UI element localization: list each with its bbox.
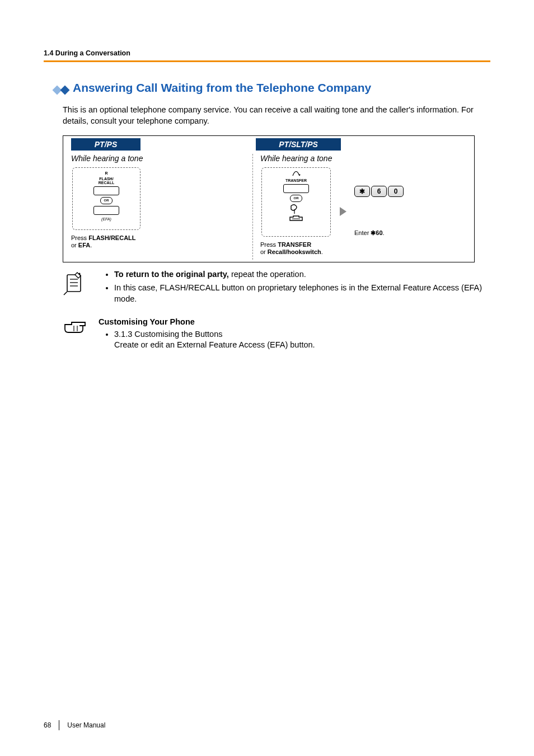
sequence-arrow-icon (340, 207, 346, 216)
note-clipboard-icon (63, 269, 90, 307)
header-rule (44, 60, 490, 62)
procedure-diagram: PT/PS PT/SLT/PS While hearing a tone R F… (63, 135, 475, 262)
page-footer: 68 User Manual (44, 720, 105, 730)
customise-heading: Customising Your Phone (99, 317, 315, 328)
dial-keys: ✱ 6 0 (354, 186, 404, 197)
column-divider (252, 154, 253, 260)
handset-hookswitch-icon (288, 204, 305, 222)
section-title-row: Answering Call Waiting from the Telephon… (54, 81, 490, 95)
dial-key-star: ✱ (354, 186, 370, 197)
diagram-header-left: PT/PS (71, 138, 140, 151)
or-pill-right: OR (290, 195, 302, 202)
transfer-label: TRANSFER (285, 179, 307, 182)
page-number: 68 (44, 721, 51, 729)
transfer-key-icon (283, 184, 309, 193)
note-list: To return to the original party, repeat … (99, 269, 490, 307)
note-item-2: In this case, FLASH/RECALL button on pro… (114, 283, 490, 304)
or-pill-left: OR (100, 197, 113, 204)
hand-pointing-icon (63, 317, 90, 353)
while-tone-right: While hearing a tone (260, 154, 466, 163)
intro-paragraph: This is an optional telephone company se… (63, 105, 485, 126)
note-item-1: To return to the original party, repeat … (114, 269, 490, 280)
dial-key-0: 0 (388, 186, 404, 197)
footer-label: User Manual (67, 721, 105, 729)
dial-caption: Enter ✱60. (354, 229, 404, 237)
flash-recall-step: R FLASH/ RECALL OR (EFA) (72, 167, 140, 230)
transfer-arrow-icon (292, 171, 301, 177)
flash-recall-key-icon (93, 186, 119, 195)
customise-bullet: 3.1.3 Customising the Buttons Create or … (114, 329, 315, 351)
diamond-bullet-icon (54, 87, 68, 93)
svg-point-6 (79, 273, 81, 275)
efa-key-icon (93, 206, 119, 215)
flash-recall-caption: Press FLASH/RECALL or EFA. (71, 234, 142, 248)
flash-recall-label: FLASH/ RECALL (99, 177, 114, 185)
running-head: 1.4 During a Conversation (44, 49, 490, 57)
dial-key-6: 6 (371, 186, 387, 197)
footer-separator (59, 720, 59, 730)
while-tone-left: While hearing a tone (71, 154, 245, 163)
section-title: Answering Call Waiting from the Telephon… (73, 81, 371, 95)
r-label: R (105, 171, 107, 175)
transfer-step: TRANSFER OR (261, 167, 331, 237)
efa-label: (EFA) (101, 217, 111, 221)
diagram-header-right: PT/SLT/PS (256, 138, 341, 151)
transfer-caption: Press TRANSFER or Recall/hookswitch. (260, 241, 332, 255)
